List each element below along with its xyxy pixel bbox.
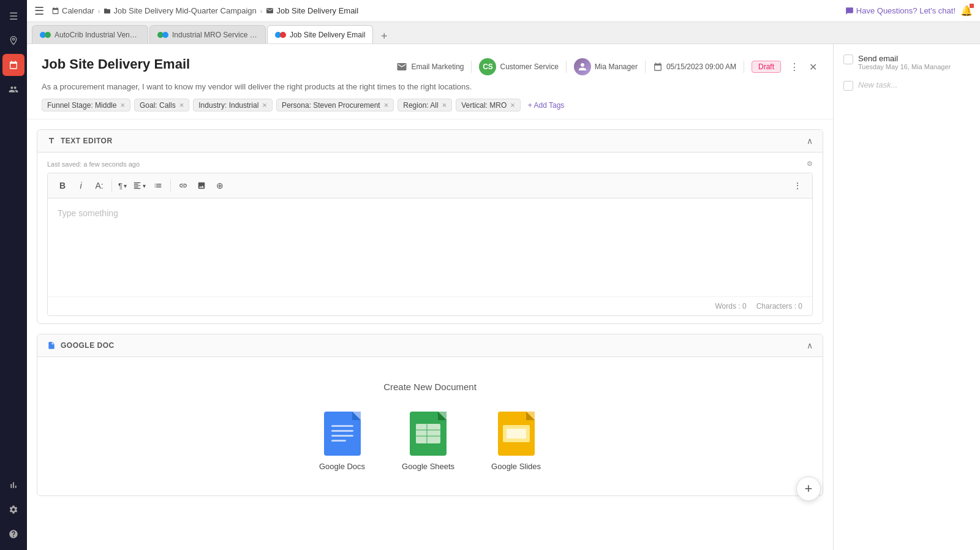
google-sheets-icon bbox=[410, 412, 447, 456]
breadcrumb-calendar[interactable]: Calendar bbox=[51, 6, 94, 15]
tab-industrial-mro[interactable]: Industrial MRO Service Webpage bbox=[149, 25, 266, 43]
image-button[interactable] bbox=[193, 177, 210, 194]
task-send-email-checkbox[interactable] bbox=[843, 55, 853, 64]
svg-rect-6 bbox=[331, 440, 346, 442]
tag-industry-remove[interactable]: × bbox=[262, 100, 267, 110]
google-sheets-button[interactable]: Google Sheets bbox=[402, 412, 454, 471]
tag-vertical-remove[interactable]: × bbox=[510, 100, 515, 110]
fab-button[interactable]: + bbox=[796, 477, 821, 501]
tabs-bar: AutoCrib Industrial Vending Machine ... … bbox=[27, 22, 980, 44]
tags-row: Funnel Stage: Middle× Goal: Calls× Indus… bbox=[42, 99, 818, 111]
insert-button[interactable]: ⊕ bbox=[211, 177, 228, 194]
chat-button[interactable]: Have Questions? Let's chat! bbox=[845, 6, 956, 15]
svg-rect-10 bbox=[416, 424, 440, 443]
sidebar-item-location[interactable] bbox=[2, 29, 24, 51]
task-send-email-name: Send email bbox=[858, 54, 970, 63]
page-header: Job Site Delivery Email Email Marketing … bbox=[27, 44, 833, 119]
editor-settings-icon[interactable]: ⚙ bbox=[807, 160, 813, 168]
task-new-checkbox[interactable] bbox=[843, 81, 853, 91]
draft-badge[interactable]: Draft bbox=[752, 61, 781, 73]
page-title: Job Site Delivery Email bbox=[42, 56, 190, 72]
bold-button[interactable]: B bbox=[54, 177, 71, 194]
notification-bell[interactable]: 🔔 bbox=[960, 5, 973, 17]
tag-vertical: Vertical: MRO× bbox=[456, 99, 521, 111]
tag-persona-remove[interactable]: × bbox=[384, 100, 389, 110]
task-new[interactable]: New task... bbox=[843, 80, 970, 91]
editor-footer: Words : 0 Characters : 0 bbox=[48, 296, 812, 315]
topbar: ☰ Calendar › Job Site Delivery Mid-Quart… bbox=[27, 0, 980, 22]
header-meta: Email Marketing CS Customer Service bbox=[396, 58, 818, 75]
tag-funnel: Funnel Stage: Middle× bbox=[42, 99, 130, 111]
google-docs-button[interactable]: Google Docs bbox=[319, 412, 365, 471]
sidebar-item-people[interactable] bbox=[2, 78, 24, 100]
svg-rect-3 bbox=[331, 425, 353, 427]
google-slides-icon bbox=[498, 412, 535, 456]
list-button[interactable] bbox=[149, 177, 167, 194]
more-toolbar-button[interactable]: ⋮ bbox=[789, 177, 806, 194]
sidebar-item-calendar[interactable] bbox=[2, 54, 24, 76]
sidebar-help-icon[interactable] bbox=[2, 523, 24, 545]
meta-channel: Email Marketing bbox=[396, 61, 464, 72]
editor-meta: Last saved: a few seconds ago ⚙ bbox=[47, 160, 813, 168]
text-editor-area: Last saved: a few seconds ago ⚙ B i A: ¶… bbox=[37, 153, 823, 323]
toolbar-sep-1 bbox=[111, 179, 112, 192]
tab-autocrib[interactable]: AutoCrib Industrial Vending Machine ... bbox=[32, 25, 148, 43]
editor-body[interactable]: Type something bbox=[48, 198, 812, 296]
notification-dot bbox=[970, 4, 974, 8]
text-editor-section: TEXT EDITOR ∧ Last saved: a few seconds … bbox=[37, 129, 823, 324]
google-doc-section: GOOGLE DOC ∧ Create New Document bbox=[37, 334, 823, 496]
task-new-content: New task... bbox=[858, 80, 970, 89]
task-send-email: Send email Tuesday May 16, Mia Manager bbox=[843, 54, 970, 70]
svg-rect-4 bbox=[331, 430, 353, 432]
sidebar-settings-icon[interactable] bbox=[2, 499, 24, 521]
breadcrumb-campaign[interactable]: Job Site Delivery Mid-Quarter Campaign bbox=[104, 6, 256, 15]
create-doc-title: Create New Document bbox=[50, 382, 810, 392]
tab-icon-blue2 bbox=[162, 32, 168, 38]
editor-toolbar: B i A: ¶▾ ▾ bbox=[48, 173, 812, 198]
tab-icon-red bbox=[280, 32, 286, 38]
text-editor-title: TEXT EDITOR bbox=[47, 137, 113, 145]
meta-sep-2 bbox=[566, 61, 567, 73]
topbar-right: Have Questions? Let's chat! 🔔 bbox=[845, 5, 973, 17]
breadcrumb: Calendar › Job Site Delivery Mid-Quarter… bbox=[51, 6, 358, 15]
align-dropdown[interactable]: ▾ bbox=[130, 180, 148, 191]
svg-rect-18 bbox=[507, 429, 526, 439]
task-new-input[interactable]: New task... bbox=[858, 80, 970, 89]
audience-avatar: CS bbox=[479, 58, 496, 75]
google-slides-button[interactable]: Google Slides bbox=[491, 412, 541, 471]
paragraph-dropdown[interactable]: ¶▾ bbox=[116, 180, 129, 192]
italic-button[interactable]: i bbox=[72, 177, 89, 194]
menu-icon[interactable]: ☰ bbox=[34, 4, 44, 18]
tag-persona: Persona: Steven Procurement× bbox=[276, 99, 394, 111]
sidebar-item-chart[interactable] bbox=[2, 474, 24, 496]
right-panel: Send email Tuesday May 16, Mia Manager N… bbox=[833, 44, 980, 550]
google-doc-header: GOOGLE DOC ∧ bbox=[37, 334, 823, 357]
tag-region-remove[interactable]: × bbox=[442, 100, 447, 110]
sidebar-menu-icon[interactable]: ☰ bbox=[2, 5, 24, 27]
text-editor-header: TEXT EDITOR ∧ bbox=[37, 130, 823, 153]
add-tab-button[interactable]: + bbox=[377, 29, 391, 43]
tag-region: Region: All× bbox=[398, 99, 452, 111]
toolbar-sep-2 bbox=[170, 179, 171, 192]
google-doc-collapse[interactable]: ∧ bbox=[807, 341, 813, 350]
google-doc-content: Create New Document bbox=[37, 357, 823, 495]
font-size-button[interactable]: A: bbox=[91, 177, 108, 194]
breadcrumb-email: Job Site Delivery Email bbox=[266, 6, 358, 15]
add-tags-button[interactable]: + Add Tags bbox=[524, 100, 568, 111]
meta-sep-1 bbox=[471, 61, 472, 73]
main-area: ☰ Calendar › Job Site Delivery Mid-Quart… bbox=[27, 0, 980, 550]
tab-job-site-delivery[interactable]: Job Site Delivery Email bbox=[267, 25, 373, 43]
close-button[interactable]: ✕ bbox=[808, 60, 818, 74]
tag-goal-remove[interactable]: × bbox=[179, 100, 184, 110]
tab-icon-green2 bbox=[45, 32, 51, 38]
more-options-button[interactable]: ⋮ bbox=[788, 60, 801, 74]
link-button[interactable] bbox=[175, 177, 192, 194]
tag-goal: Goal: Calls× bbox=[134, 99, 189, 111]
text-editor-collapse[interactable]: ∧ bbox=[807, 136, 813, 146]
tag-funnel-remove[interactable]: × bbox=[120, 100, 125, 110]
task-send-email-content: Send email Tuesday May 16, Mia Manager bbox=[858, 54, 970, 70]
page-description: As a procurement manager, I want to know… bbox=[42, 82, 818, 91]
sidebar: ☰ bbox=[0, 0, 27, 550]
task-send-email-meta: Tuesday May 16, Mia Manager bbox=[858, 63, 970, 70]
doc-icons-row: Google Docs bbox=[50, 412, 810, 471]
